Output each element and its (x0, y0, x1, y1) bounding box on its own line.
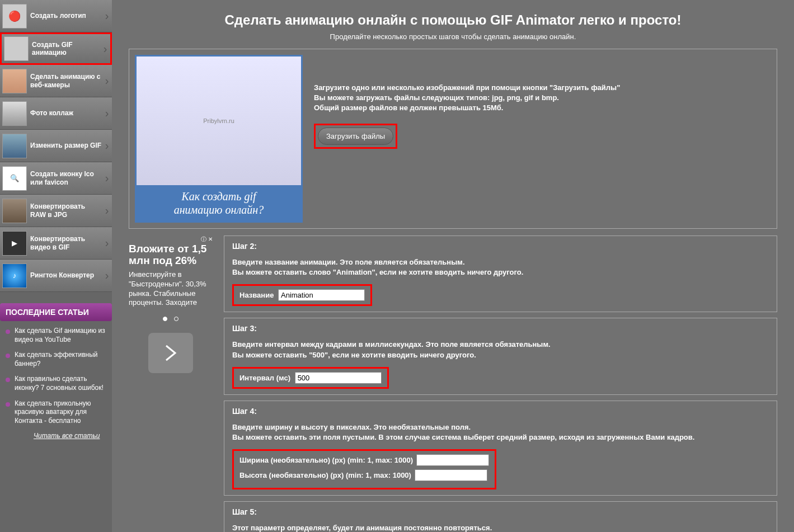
nav-ringtone[interactable]: ♪ Рингтон Конвертер › (0, 260, 112, 292)
nav-create-logo[interactable]: 🔴 Создать логотип › (0, 0, 112, 32)
nav-raw-jpg[interactable]: Конвертировать RAW в JPG › (0, 195, 112, 227)
nav-label: Сделать анимацию с веб-камеры (30, 73, 102, 89)
page-subtitle: Проделайте несколько простых шагов чтобы… (129, 32, 777, 41)
step5-box: Шаг 5: Этот параметр определяет, будет л… (224, 501, 777, 532)
nav-label: Фото коллаж (30, 109, 102, 117)
resize-icon (2, 134, 27, 158)
step-title: Шаг 4: (232, 407, 769, 416)
ad-next-button[interactable] (148, 333, 193, 373)
read-all-link[interactable]: Читать все статьи (6, 432, 106, 440)
step3-box: Шаг 3: Введите интервал между кадрами в … (224, 318, 777, 394)
dot-indicator[interactable] (174, 317, 178, 321)
article-link[interactable]: Как правильно сделать иконку? 7 основных… (15, 375, 106, 392)
ad-text: Инвестируйте в "Быстроденьги". 30,3% рын… (129, 270, 213, 308)
chevron-right-icon: › (102, 10, 112, 22)
nav-label: Рингтон Конвертер (30, 271, 102, 279)
bullet-icon (6, 329, 10, 334)
chevron-right-icon: › (102, 237, 112, 249)
name-label: Название (239, 291, 274, 299)
nav-label: Создать иконку Ico или favicon (30, 170, 102, 186)
chevron-right-icon: › (102, 139, 112, 152)
preview-thumbnail: Pribylvrn.ru (137, 57, 301, 185)
nav-video-gif[interactable]: ▶ Конвертировать видео в GIF › (0, 227, 112, 260)
nav-resize-gif[interactable]: Изменить размер GIF › (0, 130, 112, 162)
nav-label: Конвертировать RAW в JPG (30, 203, 102, 219)
chevron-right-icon: › (102, 172, 112, 185)
width-input[interactable] (416, 454, 489, 466)
chevron-right-icon: › (102, 204, 112, 217)
height-label: Высота (необязательно) (px) (min: 1, max… (239, 471, 411, 479)
article-link[interactable]: Как сделать Gif анимацию из видео на You… (15, 327, 106, 344)
step-title: Шаг 3: (232, 324, 769, 333)
chevron-right-icon: › (102, 74, 112, 87)
nav-label: Изменить размер GIF (30, 142, 102, 149)
article-item[interactable]: Как правильно сделать иконку? 7 основных… (6, 375, 106, 392)
music-icon: ♪ (2, 263, 27, 288)
chevron-right-icon: › (102, 107, 112, 120)
sidebar-section-title: ПОСЛЕДНИЕ СТАТЬИ (0, 303, 112, 321)
ico-icon: 🔍 (2, 166, 27, 191)
preview-image: Pribylvrn.ru Как создать gif анимацию он… (135, 55, 303, 223)
collage-icon (2, 101, 27, 126)
step1-box: Pribylvrn.ru Как создать gif анимацию он… (129, 49, 777, 229)
bullet-icon (6, 402, 10, 407)
preview-caption: Как создать gif анимацию онлайн? (137, 185, 301, 221)
ad-pagination (129, 314, 213, 323)
step-description: Введите интервал между кадрами в миллисе… (232, 340, 769, 360)
logo-icon: 🔴 (2, 4, 27, 29)
step-description: Этот параметр определяет, будет ли анима… (232, 523, 769, 532)
nav-collage[interactable]: Фото коллаж › (0, 97, 112, 130)
video-icon: ▶ (2, 231, 27, 256)
page-title: Сделать анимацию онлайн с помощью GIF An… (129, 12, 777, 28)
step2-box: Шаг 2: Введите название анимации. Это по… (224, 236, 777, 312)
upload-button[interactable]: Загрузить файлы (318, 128, 393, 145)
ad-title[interactable]: Вложите от 1,5 млн под 26% (129, 243, 213, 267)
arrow-right-icon (164, 345, 177, 361)
article-item[interactable]: Как сделать прикольную красивую аватарку… (6, 399, 106, 426)
raw-icon (2, 199, 27, 223)
height-input[interactable] (415, 469, 487, 481)
name-input[interactable] (278, 289, 365, 301)
face-icon (2, 69, 27, 93)
interval-input[interactable] (295, 372, 382, 384)
article-link[interactable]: Как сделать эффективный баннер? (15, 351, 106, 368)
step-title: Шаг 5: (232, 507, 769, 516)
interval-label: Интервал (мс) (239, 374, 290, 382)
step-description: Введите название анимации. Это поле явля… (232, 257, 769, 277)
bullet-icon (6, 354, 10, 358)
chevron-right-icon: › (100, 43, 110, 55)
step-title: Шаг 2: (232, 242, 769, 251)
nav-label: Создать логотип (30, 12, 102, 20)
step-description: Введите ширину и высоту в пикселах. Это … (232, 422, 769, 442)
ad-info-icon[interactable]: ⓘ ✕ (129, 236, 213, 243)
nav-webcam-anim[interactable]: Сделать анимацию с веб-камеры › (0, 65, 112, 97)
chevron-right-icon: › (102, 269, 112, 282)
article-link[interactable]: Как сделать прикольную красивую аватарку… (15, 399, 106, 426)
nav-label: Создать GIF анимацию (32, 41, 100, 57)
nav-label: Конвертировать видео в GIF (30, 235, 102, 251)
dot-indicator[interactable] (163, 317, 167, 321)
upload-instructions: Загрузите одно или несколько изображений… (314, 83, 771, 114)
article-item[interactable]: Как сделать эффективный баннер? (6, 351, 106, 368)
width-label: Ширина (необязательно) (px) (min: 1, max… (239, 456, 413, 464)
nav-create-ico[interactable]: 🔍 Создать иконку Ico или favicon › (0, 162, 112, 195)
article-item[interactable]: Как сделать Gif анимацию из видео на You… (6, 327, 106, 344)
swirl-icon (4, 36, 29, 61)
step4-box: Шаг 4: Введите ширину и высоту в пиксела… (224, 401, 777, 496)
nav-create-gif[interactable]: Создать GIF анимацию › (0, 32, 112, 65)
bullet-icon (6, 378, 10, 382)
